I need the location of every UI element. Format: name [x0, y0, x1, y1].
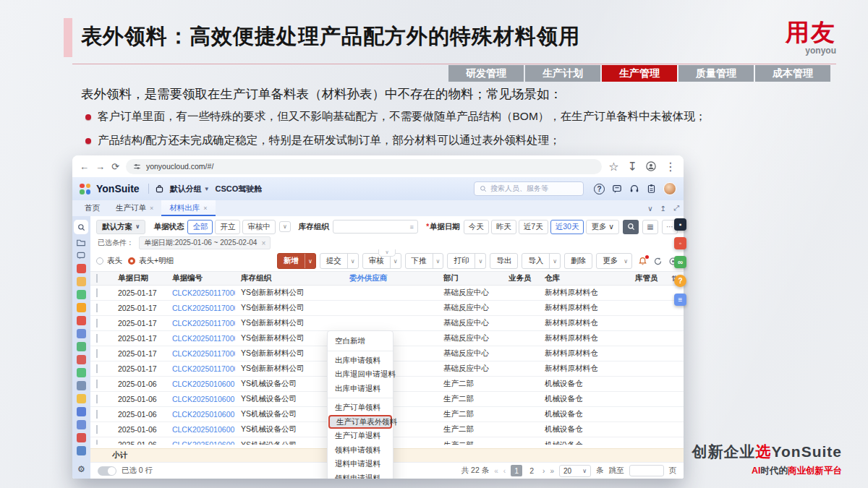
cell-document-link[interactable]: CLCK20250117000... — [166, 288, 235, 297]
toolbar-button[interactable]: 下推∨ — [405, 253, 444, 269]
date-option[interactable]: 近7天 — [519, 220, 548, 234]
dock-app-icon[interactable] — [77, 290, 86, 299]
date-option[interactable]: 更多 ∨ — [586, 220, 619, 234]
back-icon[interactable]: ← — [80, 162, 89, 171]
row-checkbox[interactable] — [96, 410, 98, 419]
remove-tag-icon[interactable]: × — [261, 239, 265, 247]
dock-search-icon[interactable] — [74, 220, 88, 234]
dock-app-icon[interactable] — [77, 407, 86, 416]
page-tab[interactable]: 首页 — [77, 200, 108, 216]
org-input[interactable]: ≡ — [333, 220, 418, 234]
dock-app-icon[interactable] — [77, 316, 86, 325]
menu-item[interactable]: 出库退回申请退料 — [328, 367, 393, 382]
toolbar-button[interactable]: 提交∨ — [320, 253, 359, 269]
status-option[interactable]: 全部 — [187, 220, 213, 234]
menu-item[interactable]: 出库申请退料 — [328, 382, 393, 396]
fullscreen-icon[interactable]: ⤢ — [673, 204, 679, 213]
dock-app-icon[interactable] — [77, 303, 86, 312]
row-checkbox[interactable] — [96, 425, 98, 434]
user-avatar[interactable] — [663, 182, 676, 195]
new-button[interactable]: 新增∨ — [277, 253, 316, 269]
module-tab[interactable]: 生产管理 — [602, 65, 677, 82]
bookmark-star-icon[interactable]: ☆ — [608, 160, 618, 174]
date-option[interactable]: 近30天 — [550, 220, 584, 234]
module-tab[interactable]: 研发管理 — [448, 65, 524, 82]
assistant-help-icon[interactable]: ? — [674, 275, 686, 287]
status-more-icon[interactable]: ∨ — [279, 221, 291, 232]
workspace-name[interactable]: CSCO驾驶舱 — [216, 184, 263, 194]
toolbar-button[interactable]: 导入∨ — [522, 253, 561, 269]
dock-app-icon[interactable] — [77, 420, 86, 429]
profile-icon[interactable] — [646, 161, 656, 171]
menu-item[interactable]: 领料申请退料 — [328, 471, 393, 479]
status-option[interactable]: 开立 — [215, 220, 240, 234]
toolbar-button[interactable]: 更多∨ — [596, 253, 632, 269]
workspace-icon[interactable] — [155, 184, 164, 194]
row-checkbox[interactable] — [96, 319, 98, 328]
dock-app-icon[interactable] — [77, 355, 86, 364]
global-search-input[interactable]: 搜索人员、服务等 — [474, 181, 584, 196]
dock-app-icon[interactable] — [77, 394, 86, 403]
menu-item[interactable]: 空白新增 — [328, 334, 393, 348]
row-checkbox[interactable] — [96, 440, 98, 445]
split-caret-icon[interactable]: ∨ — [305, 254, 315, 268]
dock-app-icon[interactable] — [77, 329, 86, 338]
assistant-briefcase-icon[interactable]: ▪ — [674, 218, 686, 231]
cell-document-link[interactable]: CLCK20250117000... — [166, 304, 235, 312]
cell-document-link[interactable]: CLCK2025010600... — [166, 395, 235, 403]
dock-app-icon[interactable] — [77, 433, 86, 442]
dock-app-icon[interactable] — [77, 277, 86, 286]
forward-icon[interactable]: → — [95, 162, 105, 171]
page-size-select[interactable]: 20∨ — [559, 465, 591, 477]
dock-app-icon[interactable] — [77, 446, 86, 455]
headset-icon[interactable] — [629, 184, 639, 194]
jump-page-input[interactable] — [629, 465, 664, 476]
group-selector[interactable]: 默认分组▼ — [170, 184, 210, 194]
browser-menu-icon[interactable]: ⋮ — [665, 160, 676, 174]
toolbar-button[interactable]: 删除 — [564, 253, 592, 269]
download-icon[interactable]: ↧ — [628, 160, 637, 174]
row-checkbox[interactable] — [96, 304, 98, 312]
split-caret-icon[interactable]: ∨ — [347, 254, 358, 268]
row-checkbox[interactable] — [96, 380, 98, 388]
url-bar[interactable]: yonyoucloud.com/#/ — [126, 159, 602, 174]
collapse-filter-button[interactable]: ∨ — [378, 249, 396, 257]
row-checkbox[interactable] — [96, 364, 98, 373]
dock-app-icon[interactable] — [77, 342, 86, 351]
select-all-toggle[interactable] — [98, 466, 116, 476]
scheme-selector[interactable]: 默认方案∨ — [96, 220, 146, 234]
toolbar-button[interactable]: 导出 — [490, 253, 518, 269]
close-tab-icon[interactable]: × — [150, 205, 153, 212]
menu-item[interactable]: 出库申请领料 — [328, 354, 393, 368]
cell-document-link[interactable]: CLCK2025010600... — [166, 437, 235, 445]
row-checkbox[interactable] — [96, 349, 98, 358]
page-number[interactable]: 2 — [526, 465, 537, 476]
page-tab[interactable]: 材料出库× — [161, 200, 215, 216]
split-caret-icon[interactable]: ∨ — [475, 254, 485, 268]
help-icon[interactable]: ? — [594, 184, 605, 194]
dock-app-icon[interactable] — [77, 368, 86, 377]
tasks-icon[interactable] — [647, 184, 656, 194]
dock-chat-icon[interactable] — [76, 251, 86, 260]
next-page-icon[interactable]: › — [542, 467, 545, 475]
first-page-icon[interactable]: « — [494, 467, 498, 475]
menu-item[interactable]: 领料申请领料 — [328, 443, 393, 458]
menu-item[interactable]: 生产订单退料 — [328, 429, 393, 443]
save-view-button[interactable]: ▦ — [642, 220, 658, 234]
module-tab[interactable]: 成本管理 — [755, 65, 830, 82]
cell-document-link[interactable]: CLCK20250117000... — [166, 349, 235, 358]
cell-document-link[interactable]: CLCK2025010600... — [166, 410, 235, 419]
close-tab-icon[interactable]: × — [203, 205, 207, 212]
filter-search-button[interactable] — [623, 220, 639, 234]
split-caret-icon[interactable]: ∨ — [433, 254, 443, 268]
notification-bell-icon[interactable] — [638, 257, 647, 266]
menu-item-highlighted[interactable]: 生产订单表外领料 — [328, 415, 392, 429]
page-tab[interactable]: 生产订单× — [108, 200, 161, 216]
cell-document-link[interactable]: CLCK20250117000... — [166, 364, 235, 373]
page-number[interactable]: 1 — [511, 465, 522, 476]
dock-settings-icon[interactable]: ⚙ — [77, 464, 85, 474]
toolbar-button[interactable]: 打印∨ — [447, 253, 486, 269]
assistant-clipboard-icon[interactable]: ≡ — [674, 294, 686, 306]
module-tab[interactable]: 生产计划 — [525, 65, 600, 82]
row-checkbox[interactable] — [96, 395, 98, 403]
